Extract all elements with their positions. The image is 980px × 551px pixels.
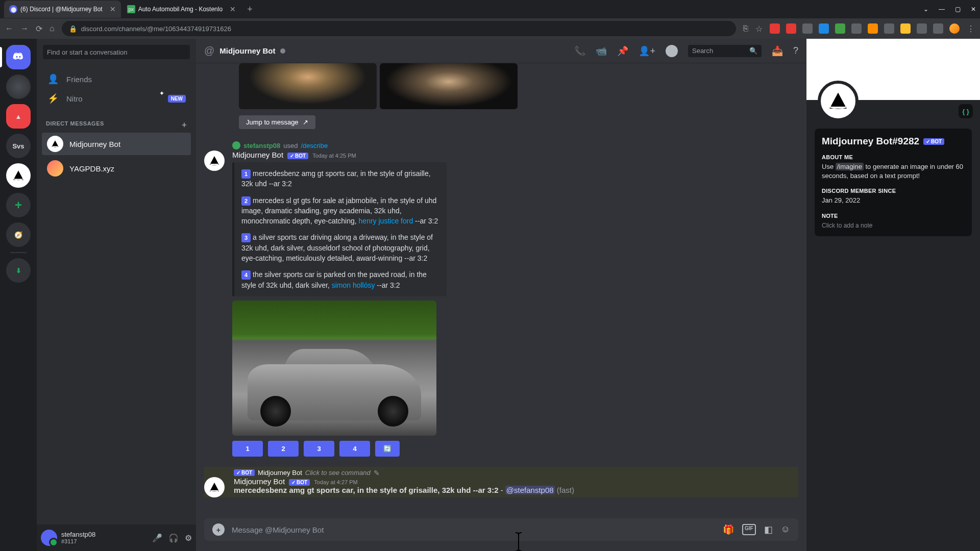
command-reply-context[interactable]: ✓ BOT Midjourney Bot Click to see comman… [234, 469, 798, 477]
message-avatar[interactable] [204, 477, 225, 497]
button-row: 1 2 3 4 🔄 [232, 441, 798, 457]
server-icon[interactable]: Svs [6, 134, 31, 158]
maximize-icon[interactable]: ▢ [955, 6, 961, 13]
side-panel-icon[interactable] [933, 23, 943, 34]
voice-call-icon[interactable]: 📞 [574, 45, 585, 57]
reply-context[interactable]: stefanstp08 used /describe [232, 141, 798, 149]
dm-sidebar: Find or start a conversation 👤 Friends ⚡… [37, 39, 196, 551]
server-icon[interactable] [6, 74, 31, 99]
sail-icon [12, 169, 25, 182]
bot-developer-badge[interactable]: { } [959, 104, 973, 118]
server-icon[interactable]: ▲ [6, 104, 31, 129]
extension-icon[interactable] [835, 23, 845, 34]
attached-car-image[interactable] [232, 300, 436, 436]
bot-tag: ✓ BOT [923, 138, 944, 145]
number-1-icon: 1 [241, 169, 251, 179]
video-call-icon[interactable]: 📹 [596, 45, 607, 57]
emoji-icon[interactable]: ☺ [781, 524, 790, 535]
profile-avatar[interactable] [818, 81, 859, 121]
profile-panel: { } Midjourney Bot#9282 ✓ BOT ABOUT ME U… [806, 39, 980, 551]
message-author[interactable]: Midjourney Bot [234, 477, 285, 486]
chevron-down-icon[interactable]: ⌄ [923, 6, 928, 13]
reply-command: /describe [301, 142, 328, 149]
extension-icon[interactable] [786, 23, 796, 34]
close-window-icon[interactable]: ✕ [971, 6, 976, 13]
gif-icon[interactable]: GIF [742, 524, 756, 535]
prompt-2-button[interactable]: 2 [268, 441, 299, 457]
extension-icon[interactable] [802, 23, 813, 34]
back-button[interactable]: ← [5, 24, 13, 33]
sail-icon [51, 139, 60, 148]
browser-tab[interactable]: px Auto Automobil Amg - Kostenlo ✕ [122, 1, 241, 18]
generated-image[interactable] [380, 63, 518, 109]
server-rail: ▲ Svs + 🧭 ⬇ [0, 39, 37, 551]
dm-home-button[interactable] [6, 45, 31, 69]
mute-mic-icon[interactable]: 🎤 [152, 533, 162, 543]
edit-icon: ✎ [374, 469, 380, 477]
quick-switcher-input[interactable]: Find or start a conversation [43, 45, 190, 59]
server-midjourney-icon[interactable] [6, 163, 31, 188]
user-info[interactable]: stefanstp08 #3117 [61, 531, 148, 545]
home-button[interactable]: ⌂ [50, 24, 55, 33]
extension-icon[interactable] [884, 23, 894, 34]
close-icon[interactable]: ✕ [230, 5, 236, 13]
friends-tab[interactable]: 👤 Friends [42, 69, 191, 89]
browser-tab-active[interactable]: ⬤ (6) Discord | @Midjourney Bot ✕ [4, 1, 121, 18]
user-avatar[interactable] [41, 530, 57, 546]
nitro-tab[interactable]: ⚡ Nitro ✦ NEW [42, 89, 191, 108]
new-tab-button[interactable]: + [242, 4, 258, 15]
message-author[interactable]: Midjourney Bot [232, 151, 283, 159]
link-simon-hollosy[interactable]: simon hollósy [332, 281, 375, 289]
install-icon[interactable]: ⎘ [743, 24, 748, 33]
extension-icon[interactable] [819, 23, 829, 34]
bookmark-icon[interactable]: ☆ [755, 24, 763, 34]
settings-gear-icon[interactable]: ⚙ [185, 533, 192, 543]
close-icon[interactable]: ✕ [110, 5, 116, 13]
link-henry-justice-ford[interactable]: henry justice ford [359, 217, 413, 225]
prompt-3-button[interactable]: 3 [304, 441, 334, 457]
attach-button[interactable]: + [212, 523, 225, 536]
search-input[interactable]: Search 🔍 [688, 45, 762, 57]
minimize-icon[interactable]: — [939, 6, 945, 13]
download-apps-button[interactable]: ⬇ [6, 258, 31, 283]
gift-icon[interactable]: 🎁 [723, 524, 734, 535]
user-mention[interactable]: @stefanstp08 [505, 486, 555, 494]
add-friends-icon[interactable]: 👤+ [639, 45, 655, 57]
sticker-icon[interactable]: ◧ [764, 524, 773, 535]
add-server-button[interactable]: + [6, 193, 31, 217]
extension-icon[interactable] [851, 23, 862, 34]
address-bar[interactable]: 🔒 discord.com/channels/@me/1063443749197… [62, 21, 736, 36]
at-icon: @ [204, 45, 214, 57]
explore-servers-button[interactable]: 🧭 [6, 222, 31, 247]
lock-icon: 🔒 [69, 25, 77, 33]
chat-messages[interactable]: Jump to message ↗ stefanstp08 used /desc… [196, 63, 806, 518]
user-profile-icon[interactable] [666, 45, 678, 57]
help-icon[interactable]: ? [793, 45, 798, 56]
prompt-4-button[interactable]: 4 [339, 441, 370, 457]
extensions-puzzle-icon[interactable] [917, 23, 927, 34]
prompt-1-button[interactable]: 1 [232, 441, 263, 457]
profile-avatar-icon[interactable] [949, 23, 960, 34]
extension-icon[interactable] [868, 23, 878, 34]
menu-icon[interactable]: ⋮ [967, 24, 975, 34]
new-badge: NEW [168, 95, 186, 103]
note-input[interactable]: Click to add a note [822, 222, 965, 229]
username: stefanstp08 [61, 531, 148, 539]
dm-item-midjourney[interactable]: Midjourney Bot [42, 133, 191, 155]
reload-button[interactable]: ⟳ [36, 24, 42, 34]
create-dm-button[interactable]: + [182, 120, 187, 130]
prior-image-grid [239, 63, 798, 109]
dm-item-yagpdb[interactable]: YAGPDB.xyz [42, 157, 191, 180]
generated-image[interactable] [239, 63, 377, 109]
abp-extension-icon[interactable] [770, 23, 780, 34]
message-timestamp: Today at 4:25 PM [312, 153, 356, 159]
message-input[interactable]: + Message @Midjourney Bot 🎁 GIF ◧ ☺ [204, 518, 798, 541]
refresh-button[interactable]: 🔄 [375, 441, 400, 457]
deafen-icon[interactable]: 🎧 [168, 533, 179, 543]
message-avatar[interactable] [204, 151, 225, 171]
pinned-icon[interactable]: 📌 [617, 45, 628, 57]
extension-icon[interactable] [900, 23, 911, 34]
jump-to-message-button[interactable]: Jump to message ↗ [239, 115, 315, 129]
forward-button[interactable]: → [20, 24, 29, 33]
inbox-icon[interactable]: 📥 [772, 45, 783, 57]
